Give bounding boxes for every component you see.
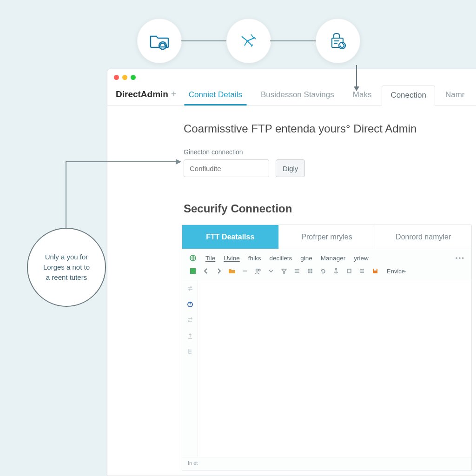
top-tabs: DirectAdmin + Conniet Details Busidesson… bbox=[107, 83, 476, 106]
ftp-menu-item[interactable]: Tile bbox=[205, 255, 215, 262]
branches-icon bbox=[238, 32, 259, 50]
connection-input[interactable] bbox=[184, 159, 269, 177]
svg-point-11 bbox=[256, 269, 258, 271]
svg-rect-16 bbox=[308, 269, 310, 271]
minimize-window-icon[interactable] bbox=[122, 75, 127, 80]
brand-label: DirectAdmin bbox=[116, 89, 168, 99]
upload-icon[interactable] bbox=[186, 331, 194, 340]
step-circles bbox=[137, 19, 360, 63]
ftp-menu-item[interactable]: deciilets bbox=[270, 255, 292, 262]
tab-namr[interactable]: Namr bbox=[437, 90, 473, 105]
page-title: Coarmisstive FTP entenda yours° Direct A… bbox=[184, 122, 472, 135]
window-controls[interactable] bbox=[114, 75, 136, 80]
close-window-icon[interactable] bbox=[114, 75, 119, 80]
step-circle-3 bbox=[316, 19, 360, 63]
grid-icon[interactable] bbox=[306, 267, 314, 275]
ftp-body bbox=[182, 280, 471, 457]
ftp-menu-item[interactable]: Manager bbox=[321, 255, 345, 262]
svg-point-20 bbox=[335, 268, 337, 270]
square-green-icon[interactable] bbox=[189, 267, 197, 275]
security-panel: FTT Deatailss Profrper mryles Donrord na… bbox=[182, 225, 472, 470]
tree-icon[interactable] bbox=[186, 347, 194, 356]
list-lines-icon[interactable] bbox=[358, 267, 366, 275]
svg-marker-35 bbox=[176, 159, 181, 165]
ftp-status-bar: In et bbox=[182, 457, 471, 470]
svg-rect-9 bbox=[190, 268, 196, 274]
step-circle-1 bbox=[137, 19, 182, 63]
callout-line: Unly a you for bbox=[43, 252, 90, 262]
ftp-menu-item[interactable]: gine bbox=[300, 255, 312, 262]
panel-tab-profrper-mryles[interactable]: Profrper mryles bbox=[279, 225, 376, 249]
tab-busidesson-stavings[interactable]: Busidesson Stavings bbox=[252, 90, 343, 105]
swap-icon[interactable] bbox=[186, 316, 194, 324]
stop-icon[interactable] bbox=[345, 267, 353, 275]
arrow-down-icon bbox=[351, 65, 362, 92]
folder-cloud-icon bbox=[149, 32, 170, 50]
ftp-menu-item[interactable]: fhiks bbox=[248, 255, 261, 262]
globe-icon bbox=[189, 254, 197, 262]
svg-marker-6 bbox=[354, 86, 359, 91]
add-tab-icon[interactable]: + bbox=[171, 89, 177, 99]
maximize-window-icon[interactable] bbox=[131, 75, 136, 80]
ftp-file-pane[interactable] bbox=[198, 280, 471, 457]
tab-conniet-details[interactable]: Conniet Details bbox=[180, 90, 251, 105]
callout-arrow-icon bbox=[60, 158, 186, 242]
brand-title: DirectAdmin + bbox=[114, 89, 178, 105]
users-icon[interactable] bbox=[254, 267, 262, 275]
anchor-icon[interactable] bbox=[332, 267, 340, 275]
app-window: DirectAdmin + Conniet Details Busidesson… bbox=[107, 69, 476, 476]
filter-icon[interactable] bbox=[280, 267, 288, 275]
ftp-menubar: Tile Uvine fhiks deciilets gine Manager … bbox=[182, 249, 471, 265]
bars-icon[interactable] bbox=[293, 267, 301, 275]
svg-point-12 bbox=[258, 269, 260, 271]
panel-tabs: FTT Deatailss Profrper mryles Donrord na… bbox=[182, 225, 471, 249]
step-connector bbox=[181, 40, 227, 41]
folder-orange-icon[interactable] bbox=[228, 267, 236, 275]
lock-list-icon bbox=[327, 31, 349, 51]
panel-tab-donrord-namyler[interactable]: Donrord namyler bbox=[375, 225, 471, 249]
ftp-menu-item[interactable]: yriew bbox=[354, 255, 369, 262]
digly-button[interactable]: Digly bbox=[276, 159, 305, 177]
env-label: Envice· bbox=[387, 268, 407, 275]
section-title: Securify Connection bbox=[184, 202, 472, 215]
divider-icon bbox=[241, 267, 249, 275]
connection-field-row: Digly bbox=[184, 159, 472, 177]
step-connector bbox=[270, 40, 317, 41]
svg-rect-19 bbox=[311, 271, 312, 273]
callout-line: a reent tuters bbox=[43, 272, 90, 283]
svg-rect-22 bbox=[347, 269, 351, 273]
power-icon[interactable] bbox=[186, 300, 194, 308]
ftp-sidebar bbox=[182, 280, 198, 457]
svg-rect-27 bbox=[374, 269, 377, 271]
callout-line: Lorges a not to bbox=[43, 262, 90, 272]
step-circle-2 bbox=[226, 19, 271, 63]
back-icon[interactable] bbox=[202, 267, 210, 275]
dropdown-icon[interactable] bbox=[267, 267, 275, 275]
svg-rect-18 bbox=[308, 271, 310, 273]
connection-field-label: Ginectön connection bbox=[184, 148, 472, 156]
svg-rect-17 bbox=[311, 269, 312, 271]
transfer-icon[interactable] bbox=[186, 284, 194, 292]
ftp-menu-item[interactable]: Uvine bbox=[224, 255, 240, 262]
overflow-icon[interactable]: ••• bbox=[456, 255, 465, 262]
tab-conection[interactable]: Conection bbox=[382, 86, 435, 106]
panel-tab-ftt-details[interactable]: FTT Deatailss bbox=[182, 225, 279, 249]
disk-icon[interactable] bbox=[371, 267, 379, 275]
ftp-toolbar: Envice· bbox=[182, 265, 471, 280]
refresh-icon[interactable] bbox=[319, 267, 327, 275]
forward-icon[interactable] bbox=[215, 267, 223, 275]
ftp-client: Tile Uvine fhiks deciilets gine Manager … bbox=[182, 249, 471, 470]
tab-maks[interactable]: Maks bbox=[344, 90, 380, 105]
